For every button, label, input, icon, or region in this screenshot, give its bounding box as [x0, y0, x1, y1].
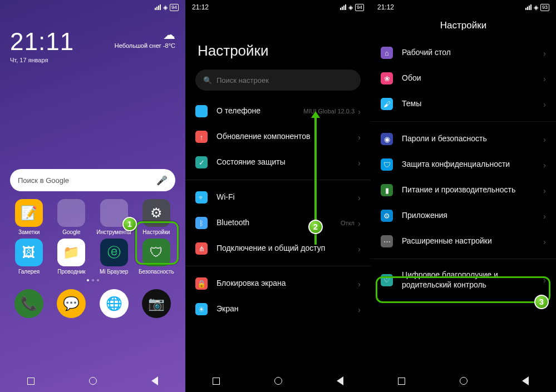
battery-icon: 93 — [540, 4, 549, 11]
wellbeing-icon: ♡ — [381, 274, 393, 286]
search-icon: 🔍 — [203, 76, 212, 85]
signal-icon — [525, 4, 532, 10]
row-about-phone[interactable]: О телефоне MIUI Global 12.0.3 › — [185, 98, 371, 124]
app-notes[interactable]: 📝Заметки — [8, 199, 50, 235]
row-bluetooth[interactable]: ᛒ Bluetooth Откл › — [185, 210, 371, 236]
clock-date: Чт, 17 января — [10, 57, 74, 63]
homescreen-panel: ◈ 94 21:11 Чт, 17 января ☁ Небольшой сне… — [0, 0, 185, 392]
row-wallpaper[interactable]: ❀ Обои› — [371, 66, 556, 91]
chevron-right-icon: › — [358, 305, 361, 314]
row-privacy[interactable]: 🛡 Защита конфиденциальности› — [371, 152, 556, 177]
status-bar: ◈ 94 — [0, 0, 185, 14]
chevron-right-icon: › — [358, 279, 361, 289]
mic-icon[interactable]: 🎤 — [156, 175, 168, 186]
row-additional-settings[interactable]: ⋯ Расширенные настройки› — [371, 229, 556, 254]
app-browser[interactable]: ⓔMi Браузер — [93, 239, 135, 275]
lock-icon: 🔒 — [195, 277, 208, 290]
divider — [185, 266, 371, 266]
chevron-right-icon: › — [358, 193, 361, 202]
settings-title: Настройки — [371, 14, 556, 40]
wifi-icon: ◈ — [534, 4, 538, 11]
step-badge-1: 1 — [122, 217, 137, 231]
dock-camera[interactable]: 📷 — [142, 289, 171, 320]
fingerprint-icon: ◉ — [381, 133, 393, 145]
battery-icon: 94 — [355, 4, 364, 11]
apps-icon: ⚙ — [381, 210, 393, 222]
step-badge-3: 3 — [534, 295, 549, 309]
chevron-right-icon: › — [358, 132, 361, 142]
status-time: 21:12 — [192, 3, 209, 11]
row-connection-sharing[interactable]: ⋔ Подключение и общий доступ › — [185, 236, 371, 261]
step-badge-2: 2 — [308, 220, 323, 234]
back-button[interactable] — [337, 376, 343, 385]
row-security-status[interactable]: ✓ Состояние защиты › — [185, 150, 371, 175]
row-digital-wellbeing[interactable]: ♡ Цифровое благополучие и родительский к… — [371, 264, 556, 296]
settings-panel-main: 21:12 ◈ 94 Настройки 🔍 Поиск настроек О … — [185, 0, 371, 392]
app-gallery[interactable]: 🖼Галерея — [8, 239, 50, 275]
wallpaper-icon: ❀ — [381, 72, 393, 85]
status-bar: 21:12 ◈ 93 — [371, 0, 556, 14]
divider — [371, 259, 556, 259]
themes-icon: 🖌 — [381, 98, 393, 110]
display-icon: ☀ — [195, 303, 208, 315]
app-explorer[interactable]: 📁Проводник — [50, 239, 92, 275]
search-placeholder: Поиск в Google — [18, 176, 69, 185]
chevron-right-icon: › — [358, 244, 361, 254]
android-navbar — [371, 370, 556, 392]
settings-panel-scrolled: 21:12 ◈ 93 Настройки ⌂ Рабочий стол› ❀ О… — [371, 0, 556, 392]
status-bar: 21:12 ◈ 94 — [185, 0, 371, 14]
dock-messages[interactable]: 💬 — [57, 289, 86, 320]
dock-phone[interactable]: 📞 — [14, 289, 43, 320]
share-icon: ⋔ — [195, 242, 208, 255]
shield-icon: ✓ — [195, 156, 208, 168]
row-passwords-security[interactable]: ◉ Пароли и безопасность› — [371, 126, 556, 152]
row-wifi[interactable]: ᯤ Wi-Fi › — [185, 185, 371, 210]
recents-button[interactable] — [398, 378, 405, 385]
home-button[interactable] — [460, 377, 468, 385]
app-google-folder[interactable]: Google — [50, 199, 92, 235]
more-icon: ⋯ — [381, 235, 393, 247]
update-icon: ↑ — [195, 131, 208, 143]
weather-widget[interactable]: ☁ Небольшой снег -8°C — [115, 28, 175, 63]
phone-icon — [195, 105, 208, 117]
recents-button[interactable] — [27, 378, 35, 385]
row-display[interactable]: ☀ Экран › — [185, 296, 371, 322]
home-button[interactable] — [274, 377, 282, 385]
clock-time: 21:11 — [10, 28, 74, 56]
chevron-right-icon: › — [358, 219, 361, 228]
divider — [371, 121, 556, 122]
dock: 📞 💬 🌐 📷 — [0, 281, 185, 320]
row-apps[interactable]: ⚙ Приложения› — [371, 203, 556, 229]
settings-search[interactable]: 🔍 Поиск настроек — [195, 70, 361, 91]
battery-icon: 94 — [170, 4, 179, 11]
android-navbar — [185, 370, 371, 392]
home-button[interactable] — [89, 377, 97, 385]
row-battery-performance[interactable]: ▮ Питание и производительность› — [371, 177, 556, 203]
recents-button[interactable] — [213, 378, 220, 385]
settings-title: Настройки — [185, 14, 371, 66]
back-button[interactable] — [522, 376, 529, 385]
privacy-icon: 🛡 — [381, 158, 393, 171]
cloud-icon: ☁ — [115, 28, 175, 42]
row-lockscreen[interactable]: 🔒 Блокировка экрана › — [185, 271, 371, 296]
divider — [185, 180, 371, 180]
status-time: 21:12 — [377, 3, 394, 11]
signal-icon — [340, 4, 346, 10]
wifi-icon: ◈ — [163, 4, 168, 11]
app-security[interactable]: 🛡Безопасность — [135, 239, 178, 275]
app-grid: 📝Заметки Google Инструменты ⚙Настройки 🖼… — [0, 191, 185, 275]
row-home-screen[interactable]: ⌂ Рабочий стол› — [371, 40, 556, 66]
row-update-components[interactable]: ↑ Обновление компонентов › — [185, 124, 371, 150]
chevron-right-icon: › — [358, 107, 361, 116]
android-navbar — [0, 370, 185, 392]
battery-perf-icon: ▮ — [381, 184, 393, 196]
row-themes[interactable]: 🖌 Темы› — [371, 91, 556, 117]
app-settings[interactable]: ⚙Настройки — [135, 199, 178, 235]
home-icon: ⌂ — [381, 47, 393, 59]
dock-browser[interactable]: 🌐 — [100, 289, 129, 320]
google-search-bar[interactable]: Поиск в Google 🎤 — [10, 169, 175, 191]
back-button[interactable] — [151, 376, 158, 385]
signal-icon — [155, 4, 161, 10]
chevron-right-icon: › — [358, 158, 361, 167]
wifi-icon: ᯤ — [195, 191, 208, 204]
